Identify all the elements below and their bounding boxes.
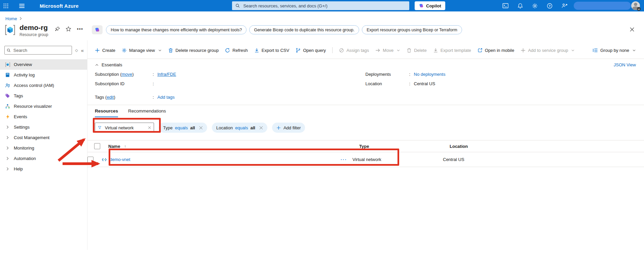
app-launcher-button[interactable] [0, 0, 11, 11]
open-in-mobile-button[interactable]: Open in mobile [478, 48, 514, 53]
hamburger-icon [19, 4, 25, 8]
move-link[interactable]: move [121, 72, 132, 77]
sidebar-item-help[interactable]: Help [0, 164, 87, 174]
sidebar-pin-diamond-icon[interactable]: ◇ [75, 48, 78, 53]
feedback-icon[interactable] [562, 3, 568, 8]
breadcrumb-home-link[interactable]: Home [5, 16, 17, 21]
sidebar-item-resource-visualizer[interactable]: Resource visualizer [0, 101, 87, 111]
add-tags-link[interactable]: Add tags [157, 95, 175, 100]
trash-icon [168, 48, 173, 53]
type-filter-pill[interactable]: Type equals all [159, 123, 207, 133]
column-header-location[interactable]: Location [450, 144, 644, 149]
sidebar-item-label: Activity log [14, 72, 35, 77]
group-by-button[interactable]: Group by none [593, 48, 636, 53]
delete-resource-group-button[interactable]: Delete resource group [168, 48, 219, 53]
more-actions-icon[interactable]: ••• [77, 27, 83, 31]
copilot-icon [419, 3, 424, 8]
add-to-service-group-button[interactable]: Add to service group [521, 48, 575, 53]
sidebar-item-overview[interactable]: Overview [0, 59, 87, 70]
name-filter-input[interactable] [104, 125, 145, 131]
sidebar-item-access-control-iam[interactable]: Access control (IAM) [0, 80, 87, 91]
global-search-input[interactable] [242, 3, 406, 9]
select-all-checkbox[interactable] [94, 143, 100, 149]
subscription-link[interactable]: Infra/FDE [157, 72, 176, 77]
tab-resources[interactable]: Resources [95, 108, 118, 117]
row-type-cell: Virtual network [347, 157, 443, 162]
sidebar-item-label: Resource visualizer [14, 104, 52, 109]
command-bar: Create Manage view Delete resource group… [95, 45, 636, 55]
edit-tags-link[interactable]: edit [107, 95, 114, 100]
manage-view-button[interactable]: Manage view [122, 48, 162, 53]
sidebar-nav: Overview Activity log [0, 59, 87, 174]
refresh-button[interactable]: Refresh [225, 48, 248, 53]
sidebar-item-label: Events [14, 114, 27, 119]
essentials-subscription-id: Subscription ID : [95, 81, 366, 87]
sidebar-item-settings[interactable]: Settings [0, 122, 87, 132]
help-icon[interactable]: ? [547, 3, 553, 9]
notifications-bell-icon[interactable] [518, 3, 523, 9]
branch-icon [296, 48, 301, 53]
json-view-link[interactable]: JSON View [614, 62, 636, 67]
column-header-name[interactable]: Name [108, 144, 120, 149]
tab-recommendations[interactable]: Recommendations [128, 108, 166, 117]
trash-icon [407, 48, 412, 53]
export-template-button[interactable]: Export template [433, 48, 471, 53]
deployments-link[interactable]: No deployments [414, 72, 446, 77]
delete-button[interactable]: Delete [407, 48, 427, 53]
copilot-suggestions-chip[interactable] [92, 25, 103, 34]
sidebar-collapse-icon[interactable]: « [81, 47, 84, 53]
azure-top-bar: Microsoft Azure Copilot [0, 0, 644, 11]
content-tabs: Resources Recommendations [87, 105, 644, 117]
suggestion-chip[interactable]: Export resource groups using Bicep or Te… [362, 25, 462, 34]
gear-icon [122, 48, 127, 53]
copilot-icon [94, 27, 100, 33]
sidebar-item-events[interactable]: Events [0, 111, 87, 122]
chevron-down-icon [396, 49, 400, 52]
resource-link-demo-vnet[interactable]: demo-vnet [110, 157, 130, 162]
essentials-tags: Tags (edit) : Add tags [95, 95, 366, 101]
chevron-down-icon [632, 49, 636, 52]
group-list-icon [593, 48, 598, 53]
row-checkbox[interactable] [87, 157, 93, 163]
clear-filter-icon[interactable] [148, 126, 151, 130]
download-icon [433, 48, 438, 53]
star-favorite-icon[interactable] [66, 26, 71, 32]
suggestion-chip[interactable]: How to manage these changes more efficie… [106, 25, 247, 34]
cloud-shell-icon[interactable] [502, 3, 508, 8]
pin-icon[interactable] [55, 26, 60, 32]
table-row: demo-vnet ··· Virtual network Central US [87, 152, 644, 167]
export-to-csv-button[interactable]: Export to CSV [254, 48, 289, 53]
settings-gear-icon[interactable] [532, 3, 538, 9]
location-filter-pill[interactable]: Location equals all [212, 123, 267, 133]
sidebar-search[interactable] [4, 46, 72, 55]
sidebar-item-activity-log[interactable]: Activity log [0, 70, 87, 80]
sidebar-search-input[interactable] [13, 47, 70, 53]
add-filter-button[interactable]: Add filter [272, 123, 305, 133]
copilot-button[interactable]: Copilot [415, 1, 445, 10]
remove-filter-icon[interactable] [199, 126, 203, 130]
sidebar-item-automation[interactable]: Automation [0, 153, 87, 164]
hamburger-menu-button[interactable] [16, 0, 28, 11]
sidebar-item-cost-management[interactable]: Cost Management [0, 132, 87, 143]
sidebar-item-monitoring[interactable]: Monitoring [0, 143, 87, 153]
row-more-actions-icon[interactable]: ··· [317, 157, 347, 162]
name-filter-box[interactable] [95, 123, 154, 133]
resources-table: Name ↑ Type Location demo-vnet ··· [87, 140, 644, 167]
global-search[interactable] [232, 1, 409, 10]
create-button[interactable]: Create [95, 48, 115, 53]
move-button[interactable]: Move [375, 48, 400, 53]
assign-tags-button[interactable]: Assign tags [339, 48, 369, 53]
essentials-toggle[interactable]: Essentials [95, 62, 122, 67]
cube-icon [5, 62, 10, 67]
column-header-type[interactable]: Type [354, 144, 450, 149]
page-subtitle: Resource group [20, 32, 48, 37]
chevron-down-icon [571, 49, 575, 52]
close-blade-button[interactable] [630, 27, 635, 32]
remove-filter-icon[interactable] [259, 126, 263, 130]
open-query-button[interactable]: Open query [296, 48, 326, 53]
breadcrumb: Home [0, 11, 644, 22]
suggestion-chip[interactable]: Generate Bicep code to duplicate this re… [249, 25, 359, 34]
slash-circle-icon [339, 48, 344, 53]
sidebar-item-tags[interactable]: Tags [0, 91, 87, 101]
avatar[interactable] [631, 1, 640, 10]
